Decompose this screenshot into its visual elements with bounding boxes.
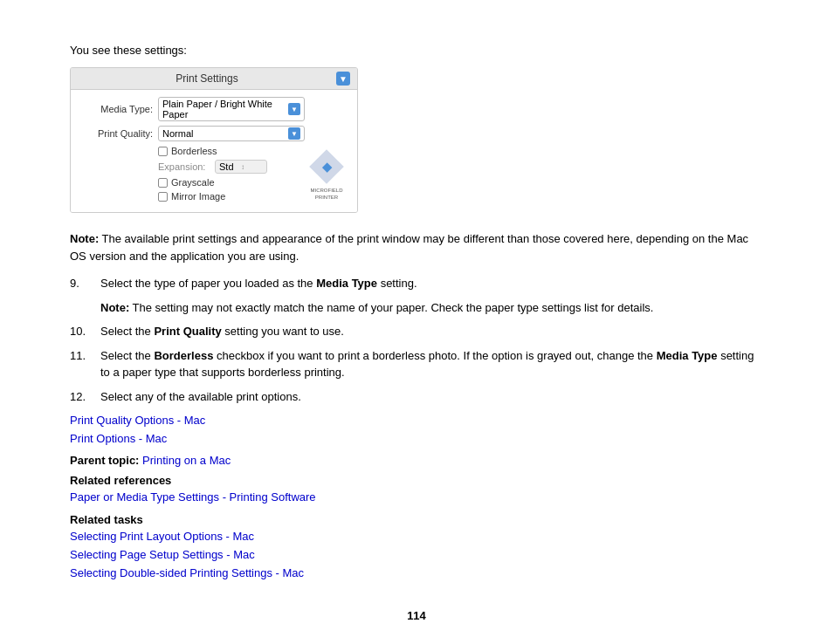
selecting-double-sided-link[interactable]: Selecting Double-sided Printing Settings… (70, 565, 763, 583)
grayscale-row: Grayscale (158, 177, 305, 188)
print-quality-label: Print Quality: (79, 128, 158, 139)
ps-header: Print Settings ▼ (71, 68, 357, 90)
related-references-label: Related references (70, 474, 763, 487)
step-9: 9. Select the type of paper you loaded a… (70, 275, 763, 292)
ps-header-dropdown-btn[interactable]: ▼ (336, 72, 350, 86)
step-12: 12. Select any of the available print op… (70, 388, 763, 406)
note1-block: Note: The available print settings and a… (70, 230, 763, 264)
mirror-row: Mirror Image (158, 191, 305, 202)
media-type-select[interactable]: Plain Paper / Bright White Paper ▼ (158, 97, 305, 121)
expansion-label: Expansion: (158, 161, 215, 172)
paper-media-type-link[interactable]: Paper or Media Type Settings - Printing … (70, 489, 763, 507)
print-quality-select[interactable]: Normal ▼ (158, 126, 305, 141)
print-options-mac-link[interactable]: Print Options - Mac (70, 430, 763, 449)
step-10-text: Select the Print Quality setting you wan… (100, 323, 763, 340)
ps-logo: ◆ MICROFIELDPRINTER (305, 97, 348, 205)
expansion-select[interactable]: Std ↕ (215, 160, 267, 174)
media-type-value: Plain Paper / Bright White Paper (162, 99, 288, 120)
logo-text: MICROFIELDPRINTER (310, 188, 342, 202)
grayscale-label: Grayscale (171, 177, 215, 188)
ps-body: Media Type: Plain Paper / Bright White P… (71, 90, 357, 212)
steps-container: 9. Select the type of paper you loaded a… (70, 275, 763, 405)
expansion-row: Expansion: Std ↕ (158, 160, 305, 174)
related-links-section: Print Quality Options - Mac Print Option… (70, 412, 763, 449)
step-10: 10. Select the Print Quality setting you… (70, 323, 763, 340)
note1-bold: Note: (70, 232, 99, 245)
borderless-checkbox[interactable] (158, 147, 168, 156)
selecting-page-setup-link[interactable]: Selecting Page Setup Settings - Mac (70, 546, 763, 565)
step-12-num: 12. (70, 388, 100, 406)
page-container: You see these settings: Print Settings ▼… (0, 0, 833, 644)
related-tasks-section: Related tasks Selecting Print Layout Opt… (70, 513, 763, 582)
print-quality-options-mac-link[interactable]: Print Quality Options - Mac (70, 412, 763, 430)
selecting-print-layout-link[interactable]: Selecting Print Layout Options - Mac (70, 528, 763, 546)
parent-topic-line: Parent topic: Printing on a Mac (70, 454, 763, 467)
print-quality-value: Normal (162, 128, 288, 139)
ps-header-title: Print Settings (78, 72, 336, 85)
intro-text: You see these settings: (70, 44, 763, 57)
step-12-text: Select any of the available print option… (100, 388, 763, 406)
media-type-row: Media Type: Plain Paper / Bright White P… (79, 97, 305, 121)
mirror-label: Mirror Image (171, 191, 225, 202)
expansion-arrow: ↕ (241, 163, 263, 171)
print-settings-box: Print Settings ▼ Media Type: Plain Paper… (70, 67, 358, 213)
step-9-num: 9. (70, 275, 100, 292)
borderless-row: Borderless (158, 146, 305, 156)
step-11-text: Select the Borderless checkbox if you wa… (100, 347, 763, 381)
related-references-section: Related references Paper or Media Type S… (70, 474, 763, 507)
step-9-note: Note: The setting may not exactly match … (100, 299, 763, 317)
step-9-text: Select the type of paper you loaded as t… (100, 275, 763, 292)
parent-topic-label: Parent topic: (70, 454, 139, 467)
media-type-label: Media Type: (79, 104, 158, 114)
step-11: 11. Select the Borderless checkbox if yo… (70, 347, 763, 381)
ps-fields: Media Type: Plain Paper / Bright White P… (79, 97, 305, 205)
grayscale-checkbox[interactable] (158, 178, 168, 188)
borderless-label: Borderless (171, 146, 217, 156)
related-tasks-label: Related tasks (70, 513, 763, 526)
step-10-num: 10. (70, 323, 100, 340)
mirror-checkbox[interactable] (158, 192, 168, 202)
expansion-value: Std (219, 161, 241, 172)
parent-topic-link[interactable]: Printing on a Mac (142, 454, 231, 467)
step-11-num: 11. (70, 347, 100, 381)
note1-text: The available print settings and appeara… (70, 232, 748, 263)
page-number: 114 (70, 609, 763, 622)
print-quality-row: Print Quality: Normal ▼ (79, 126, 305, 141)
media-type-arrow: ▼ (288, 103, 300, 115)
print-quality-arrow: ▼ (288, 127, 300, 140)
